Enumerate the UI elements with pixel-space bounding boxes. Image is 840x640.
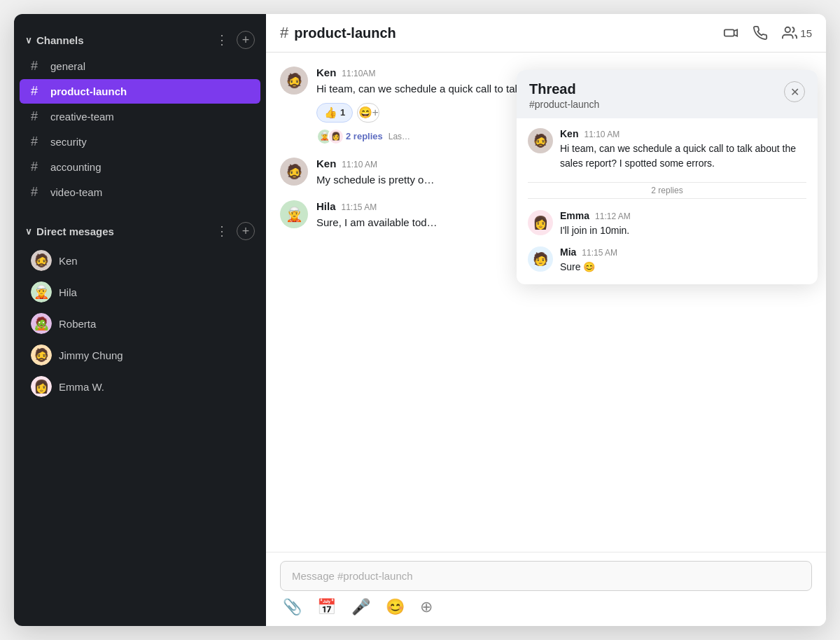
header-actions: 15 (723, 25, 812, 41)
sidebar-item-creative-team[interactable]: # creative-team (20, 104, 260, 129)
channel-header: # product-launch 15 (266, 14, 826, 53)
msg-author-1: Ken (316, 67, 336, 78)
channel-title: # product-launch (280, 24, 396, 42)
channel-name-video-team: video-team (50, 186, 102, 198)
dm-name-hila: Hila (59, 286, 77, 298)
thread-avatar-mia: 🧑 (528, 246, 553, 272)
dm-item-hila[interactable]: 🧝 Hila (20, 277, 260, 307)
thread-reply-text-mia: Sure 😊 (560, 260, 806, 274)
thread-reply-author-emma: Emma (560, 210, 589, 221)
channel-name-display: product-launch (294, 25, 396, 41)
msg-avatar-ken-2: 🧔 (280, 158, 308, 186)
add-reaction-icon: 😄+ (358, 106, 379, 119)
channels-chevron-icon: ∨ (25, 35, 32, 46)
reaction-emoji-thumbsup: 👍 (324, 106, 337, 119)
thread-avatar-emma: 👩 (528, 210, 553, 235)
reaction-thumbsup[interactable]: 👍 1 (316, 103, 353, 123)
thread-reply-text-emma: I'll join in 10min. (560, 223, 806, 238)
sidebar-item-security[interactable]: # security (20, 130, 260, 154)
mic-icon[interactable]: 🎤 (351, 598, 370, 616)
thread-panel-channel: #product-launch (529, 99, 599, 110)
reaction-add-button[interactable]: 😄+ (357, 103, 379, 123)
avatar-roberta: 🧟 (31, 313, 52, 334)
sidebar-item-video-team[interactable]: # video-team (20, 180, 260, 204)
thread-msg-content-orig: Ken 11:10 AM Hi team, can we schedule a … (560, 128, 806, 171)
thread-messages: 🧔 Ken 11:10 AM Hi team, can we schedule … (517, 118, 818, 284)
channel-name-general: general (50, 60, 85, 72)
thread-msg-time-orig: 11:10 AM (584, 130, 620, 139)
channels-more-button[interactable]: ⋮ (213, 31, 231, 49)
thread-close-button[interactable]: ✕ (784, 81, 805, 102)
phone-call-button[interactable] (752, 25, 768, 41)
thread-original-msg: 🧔 Ken 11:10 AM Hi team, can we schedule … (528, 128, 806, 171)
member-count: 15 (800, 27, 812, 39)
dm-item-roberta[interactable]: 🧟 Roberta (20, 308, 260, 339)
hash-icon-creative-team: # (31, 109, 43, 124)
dm-name-roberta: Roberta (59, 318, 96, 330)
attach-icon[interactable]: 📎 (283, 598, 302, 616)
thread-reply-header-mia: Mia 11:15 AM (560, 246, 806, 258)
channels-label: Channels (36, 34, 84, 46)
thread-time: Las… (388, 132, 410, 141)
channel-list: # general # product-launch # creative-te… (14, 53, 266, 205)
svg-point-1 (785, 27, 790, 32)
channels-header-actions: ⋮ + (213, 31, 255, 49)
phone-icon (752, 25, 768, 41)
dm-name-jimmy: Jimmy Chung (59, 349, 123, 361)
thread-reply-time-emma: 11:12 AM (595, 211, 631, 221)
dm-section-header: ∨ Direct mesages ⋮ + (14, 216, 266, 244)
dm-list: 🧔 Ken 🧝 Hila 🧟 Roberta (14, 245, 266, 402)
more-tools-icon[interactable]: ⊕ (420, 598, 433, 616)
thread-reply-emma: 👩 Emma 11:12 AM I'll join in 10min. (528, 210, 806, 238)
message-input[interactable]: Message #product-launch (280, 561, 812, 591)
channel-hash-large: # (280, 24, 288, 42)
dm-item-ken[interactable]: 🧔 Ken (20, 245, 260, 276)
avatar-jimmy: 🧔 (31, 345, 52, 366)
calendar-icon[interactable]: 📅 (317, 598, 336, 616)
hash-icon-general: # (31, 59, 43, 74)
main-area: # product-launch 15 🧔 (266, 14, 826, 626)
dm-header-left: ∨ Direct mesages (25, 225, 114, 237)
msg-time-3: 11:15 AM (342, 202, 377, 212)
thread-panel-title: Thread (529, 81, 599, 97)
channels-add-button[interactable]: + (237, 31, 255, 49)
channels-header-left: ∨ Channels (25, 34, 84, 46)
msg-time-2: 11:10 AM (342, 160, 377, 169)
reaction-count-thumbsup: 1 (340, 107, 345, 118)
dm-name-ken: Ken (59, 255, 78, 267)
dm-chevron-icon: ∨ (25, 226, 32, 237)
members-button[interactable]: 15 (782, 25, 812, 41)
thread-panel-header: Thread #product-launch ✕ (517, 70, 818, 118)
dm-add-button[interactable]: + (237, 222, 255, 240)
sidebar-item-general[interactable]: # general (20, 54, 260, 78)
dm-name-emma: Emma W. (59, 381, 104, 393)
dm-more-button[interactable]: ⋮ (213, 222, 231, 240)
thread-reply-content-emma: Emma 11:12 AM I'll join in 10min. (560, 210, 806, 238)
channel-name-product-launch: product-launch (50, 85, 127, 97)
thread-replies-label[interactable]: 2 replies (346, 131, 383, 141)
thread-reply-mia: 🧑 Mia 11:15 AM Sure 😊 (528, 246, 806, 274)
msg-author-3: Hila (316, 200, 336, 212)
input-area: Message #product-launch 📎 📅 🎤 😊 ⊕ (266, 552, 826, 626)
thread-panel: Thread #product-launch ✕ 🧔 Ken 11:10 AM (517, 70, 818, 284)
app-container: ∨ Channels ⋮ + # general # product-launc… (14, 14, 826, 626)
thread-replies-count: 2 replies (346, 131, 383, 141)
msg-avatar-hila: 🧝 (280, 200, 308, 228)
video-call-button[interactable] (723, 25, 738, 41)
sidebar-item-accounting[interactable]: # accounting (20, 155, 260, 179)
dm-item-emma[interactable]: 👩 Emma W. (20, 371, 260, 402)
thread-replies-divider-label: 2 replies (651, 186, 682, 195)
sidebar-item-product-launch[interactable]: # product-launch (20, 79, 260, 104)
input-toolbar: 📎 📅 🎤 😊 ⊕ (280, 598, 812, 616)
thread-replies-divider: 2 replies (528, 182, 806, 199)
thread-reply-content-mia: Mia 11:15 AM Sure 😊 (560, 246, 806, 274)
hash-icon-security: # (31, 134, 43, 149)
thread-reply-header-emma: Emma 11:12 AM (560, 210, 806, 221)
emoji-icon[interactable]: 😊 (386, 598, 405, 616)
members-icon (782, 25, 797, 41)
svg-rect-0 (724, 29, 734, 36)
sidebar: ∨ Channels ⋮ + # general # product-launc… (14, 14, 266, 626)
avatar-ken: 🧔 (31, 250, 52, 271)
dm-item-jimmy[interactable]: 🧔 Jimmy Chung (20, 340, 260, 370)
channel-name-creative-team: creative-team (50, 111, 114, 123)
